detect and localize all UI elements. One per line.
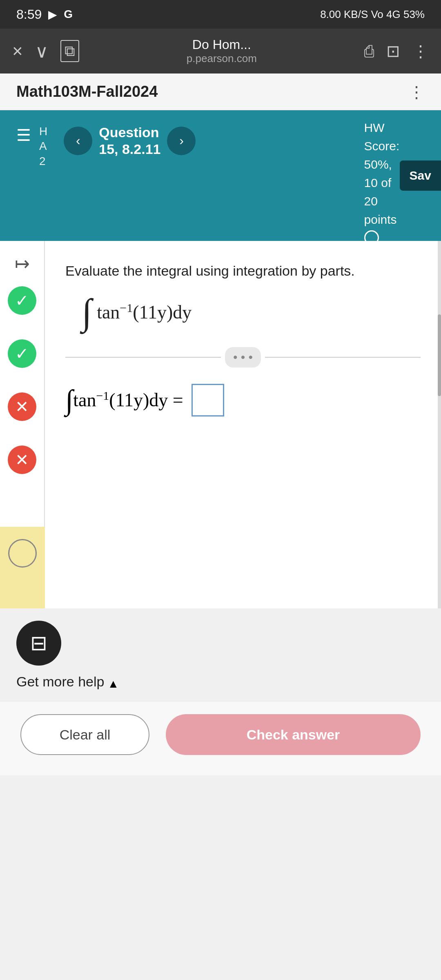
problem-instruction: Evaluate the integral using integration … [65,261,421,281]
status-right: 8.00 KB/S Vo 4G 53% [320,8,425,21]
empty-circle-indicator [8,539,37,568]
course-title: Math103M-Fall2024 [16,83,158,100]
more-menu-icon[interactable]: ⋮ [412,42,429,60]
fab-icon: ⊟ [30,631,47,655]
get-more-help-label[interactable]: Get more help [16,674,104,690]
clear-all-button[interactable]: Clear all [20,714,149,755]
app-menu-icon[interactable]: ⋮ [408,82,425,101]
exponent: −1 [120,301,133,314]
problem-content: Evaluate the integral using integration … [45,241,441,608]
yellow-section [0,527,45,608]
bookmark-icon[interactable]: ⊡ [386,42,400,60]
answer-exponent: −1 [96,389,109,402]
status-dot-2: ✓ [8,339,36,368]
status-dot-4: ✕ [8,445,36,474]
save-button[interactable]: Sav [400,160,441,191]
current-arrow-icon: ↦ [15,253,30,274]
divider-line-left [65,357,221,358]
score-unit: points [364,210,408,229]
main-content: ↦ ✓ ✓ ✕ ✕ Evaluate the integral using in… [0,241,441,608]
check-answer-button[interactable]: Check answer [166,714,421,755]
integral-expression: ∫ tan−1(11y)dy [82,297,421,327]
close-icon[interactable]: × [12,41,23,61]
bottom-action-bar: Clear all Check answer [0,702,441,775]
hamburger-icon[interactable]: ☰ [16,126,31,145]
answer-integral-sign: ∫ [65,389,73,412]
fab-area: ⊟ Get more help ▲ [0,608,441,702]
network-info: 8.00 KB/S Vo 4G 53% [320,8,425,21]
answer-row: ∫ tan−1(11y)dy = [65,384,421,416]
browser-bar: × ∨ ⧉ Do Hom... p.pearson.com ⎙ ⊡ ⋮ [0,29,441,74]
score-total: 20 [364,192,408,210]
status-dot-3: ✕ [8,392,36,421]
browser-actions: ⎙ ⊡ ⋮ [364,42,429,60]
answer-input-box[interactable] [192,384,224,416]
integral-sign: ∫ [82,292,92,332]
hw-label: HW [364,118,408,137]
answer-integral-body: tan−1(11y)dy = [73,389,183,411]
dropdown-icon[interactable]: ∨ [35,41,48,62]
scrollbar[interactable] [438,241,441,608]
url-display: p.pearson.com [187,52,257,65]
time-display: 8:59 [16,7,42,22]
assignment-info-block: HA2 [39,122,47,169]
get-more-help-row: Get more help ▲ [16,674,119,694]
left-sidebar: ↦ ✓ ✓ ✕ ✕ [0,241,45,608]
scrollbar-thumb[interactable] [438,314,441,396]
youtube-icon: ▶ [48,8,57,21]
status-dot-1: ✓ [8,286,36,315]
divider-line-right [265,357,421,358]
assignment-label: HA2 [39,124,47,169]
divider: • • • [65,347,421,368]
fab-button[interactable]: ⊟ [16,621,61,666]
google-icon: G [64,8,73,21]
prev-question-button[interactable]: ‹ [64,127,92,155]
status-left: 8:59 ▶ G [16,7,73,22]
question-label: Question 15, 8.2.11 [99,124,160,158]
integral-body: tan−1(11y)dy [97,302,192,323]
share-icon[interactable]: ⎙ [364,42,374,60]
next-question-button[interactable]: › [167,127,196,155]
app-header: Math103M-Fall2024 ⋮ [0,74,441,110]
tab-switcher-icon[interactable]: ⧉ [60,40,79,62]
question-label-block: Question 15, 8.2.11 [99,124,160,158]
status-bar: 8:59 ▶ G 8.00 KB/S Vo 4G 53% [0,0,441,29]
page-title: Do Hom... [192,37,251,52]
url-area: Do Hom... p.pearson.com [91,37,352,65]
nav-controls: ‹ Question 15, 8.2.11 › [64,124,196,158]
score-label: Score: [364,137,408,155]
arrow-up-icon: ▲ [107,677,119,690]
divider-dots[interactable]: • • • [225,347,261,368]
teal-header: ☰ HA2 ‹ Question 15, 8.2.11 › HW Score: … [0,110,441,241]
